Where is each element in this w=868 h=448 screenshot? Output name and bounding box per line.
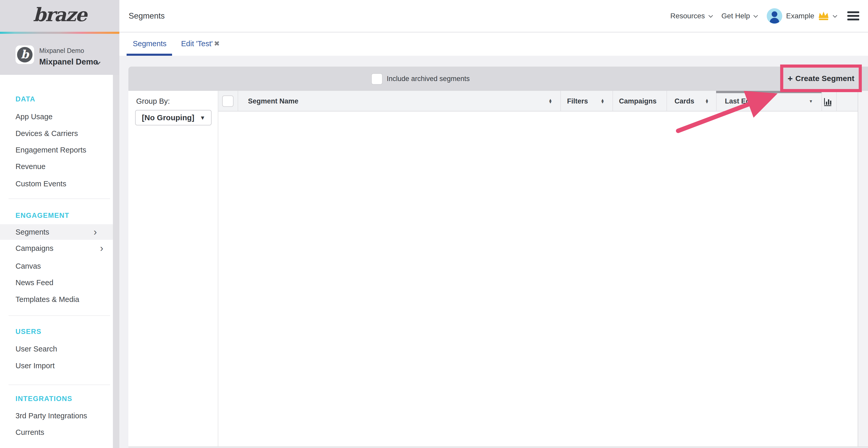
sidebar-item-user-search[interactable]: User Search [16,343,106,354]
workspace-app-icon-letter: b [17,47,33,63]
close-icon[interactable]: ✖ [214,33,220,56]
sidebar-divider [8,315,110,316]
sidebar-divider [8,199,110,199]
section-header-engagement: ENGAGEMENT [16,210,106,221]
section-header-integrations: INTEGRATIONS [16,393,106,404]
sort-icon[interactable]: ▲▼ [601,99,604,103]
main-area: Segments Resources Get Help Example [119,0,868,448]
table-body-empty [218,111,858,446]
braze-logo: braze [0,4,119,26]
user-menu[interactable]: Example [767,8,836,24]
table-header-row: Segment Name ▲▼ Filters ▲▼ Campaigns Car… [218,91,858,111]
include-archived-label: Include archived segments [387,67,470,91]
braze-app-window: braze b Mixpanel Demo Mixpanel Demo DATA… [0,0,868,448]
get-help-menu-label: Get Help [721,12,750,20]
plus-icon: + [788,74,793,83]
create-segment-button[interactable]: + Create Segment [783,68,859,89]
group-by-panel: Group By: [No Grouping] ▼ [128,91,218,448]
sidebar-item-campaigns[interactable]: Campaigns › [16,243,106,254]
tab-bar: Segments Edit 'Test' ✖ [119,33,868,56]
column-divider [666,91,667,111]
page-title: Segments [129,0,165,32]
select-all-checkbox[interactable] [222,96,234,107]
column-header-last-edited[interactable]: Last Edited [725,91,763,111]
include-archived-checkbox[interactable] [371,73,382,84]
group-by-label: Group By: [136,96,170,106]
dropdown-arrow-icon: ▼ [200,114,206,121]
sidebar-item-devices-carriers[interactable]: Devices & Carriers [16,128,106,139]
section-header-data: DATA [16,94,106,105]
chevron-down-icon [833,13,837,18]
column-header-cards[interactable]: Cards [675,91,694,111]
sidebar-item-custom-events[interactable]: Custom Events [16,178,106,189]
workspace-app-icon: b [16,45,34,64]
chevron-right-icon: › [100,243,103,253]
column-header-campaigns[interactable]: Campaigns [619,91,657,111]
sidebar-item-label: Segments [16,224,49,240]
active-tab-underline [127,54,172,56]
bar-chart-icon[interactable] [823,97,834,107]
sidebar-item-user-import[interactable]: User Import [16,360,106,371]
workspace-switcher[interactable]: Mixpanel Demo [39,57,98,67]
avatar [767,8,782,24]
sidebar-item-currents[interactable]: Currents [16,426,106,438]
tab-segments[interactable]: Segments [133,33,167,56]
sidebar-item-revenue[interactable]: Revenue [16,161,106,172]
sidebar-item-label: Campaigns [16,244,54,252]
segments-table: Segment Name ▲▼ Filters ▲▼ Campaigns Car… [218,91,868,448]
sidebar-item-app-usage[interactable]: App Usage [16,111,106,122]
sidebar-item-segments[interactable]: Segments › [0,224,113,240]
brand-gradient-divider [0,32,119,34]
resources-menu[interactable]: Resources [671,12,712,20]
column-header-filters[interactable]: Filters [567,91,588,111]
create-segment-label: Create Segment [796,74,854,83]
sidebar-item-templates-media[interactable]: Templates & Media [16,294,106,305]
table-scrollbar-gutter[interactable] [858,91,868,446]
group-by-value: [No Grouping] [142,110,194,125]
sidebar-header: braze b Mixpanel Demo Mixpanel Demo [0,0,119,75]
crown-icon [818,11,829,21]
column-divider [716,91,717,111]
sidebar-item-3rd-party-integrations[interactable]: 3rd Party Integrations [16,410,106,421]
sidebar-item-engagement-reports[interactable]: Engagement Reports [16,144,106,156]
user-name: Example [786,12,814,20]
top-bar: Segments Resources Get Help Example [119,0,868,32]
column-divider [238,91,238,111]
group-by-select[interactable]: [No Grouping] ▼ [135,110,212,126]
column-divider [560,91,561,111]
resources-menu-label: Resources [671,12,705,20]
workspace-label: Mixpanel Demo [39,47,84,55]
sort-icon[interactable]: ▲▼ [705,99,709,103]
sidebar: braze b Mixpanel Demo Mixpanel Demo DATA… [0,0,119,448]
sidebar-item-news-feed[interactable]: News Feed [16,277,106,288]
segments-content: Include archived segments ▼ Group By: [N… [119,56,868,448]
chevron-down-icon [753,13,758,18]
column-divider [613,91,613,111]
sidebar-item-canvas[interactable]: Canvas [16,261,106,272]
section-header-users: USERS [16,326,106,337]
sidebar-divider [8,384,110,385]
sort-icon[interactable]: ▲▼ [549,99,552,103]
column-divider [822,91,822,111]
hamburger-menu-icon[interactable] [847,11,859,21]
sidebar-scrollbar[interactable] [113,75,119,448]
top-bar-menus: Resources Get Help Example [671,0,859,32]
tab-edit-test[interactable]: Edit 'Test' [181,33,213,56]
sort-direction-icon[interactable]: ▼ [809,99,813,104]
chevron-down-icon [708,13,713,18]
horizontal-scrollbar-track[interactable] [128,446,868,448]
chevron-right-icon: › [94,227,97,237]
column-header-segment-name[interactable]: Segment Name [248,91,299,111]
column-divider [836,91,837,111]
toolbar: Include archived segments [128,67,868,91]
get-help-menu[interactable]: Get Help [721,12,757,20]
